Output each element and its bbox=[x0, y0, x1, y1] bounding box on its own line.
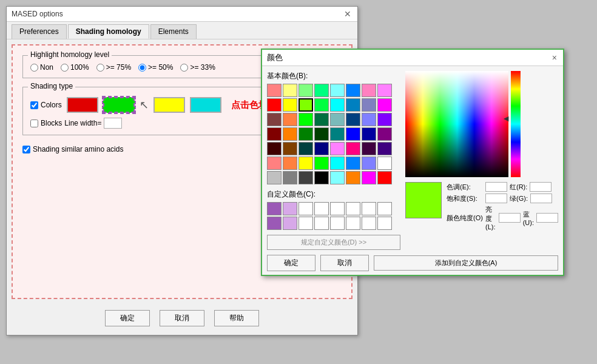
basic-color-cell-5[interactable] bbox=[346, 84, 360, 97]
basic-color-cell-39[interactable] bbox=[377, 142, 392, 155]
basic-color-cell-4[interactable] bbox=[330, 84, 345, 97]
basic-color-cell-37[interactable] bbox=[346, 142, 360, 155]
basic-color-cell-23[interactable] bbox=[377, 113, 392, 126]
basic-color-cell-36[interactable] bbox=[330, 142, 345, 155]
custom-color-cell-4[interactable] bbox=[314, 202, 329, 215]
blocks-checkbox[interactable] bbox=[30, 120, 38, 127]
radio-50-input[interactable] bbox=[138, 64, 146, 72]
custom-color-cell-10[interactable] bbox=[283, 217, 297, 230]
basic-color-cell-6[interactable] bbox=[362, 84, 376, 97]
basic-color-cell-31[interactable] bbox=[377, 127, 392, 141]
colors-checkbox[interactable] bbox=[30, 101, 38, 109]
basic-color-cell-17[interactable] bbox=[283, 113, 297, 126]
basic-color-cell-41[interactable] bbox=[283, 157, 297, 170]
basic-color-cell-13[interactable] bbox=[346, 98, 360, 112]
color-block-red[interactable] bbox=[67, 97, 98, 113]
radio-non[interactable]: Non bbox=[30, 63, 53, 72]
basic-color-cell-27[interactable] bbox=[314, 127, 329, 141]
tab-shading-homology[interactable]: Shading homology bbox=[68, 24, 149, 39]
radio-100-input[interactable] bbox=[61, 64, 69, 72]
brightness-input[interactable]: 120 bbox=[499, 213, 521, 223]
blue-input[interactable]: 0 bbox=[536, 213, 558, 223]
custom-color-cell-13[interactable] bbox=[330, 217, 345, 230]
basic-color-cell-53[interactable] bbox=[346, 171, 360, 184]
line-width-input[interactable]: 2 bbox=[104, 118, 122, 129]
basic-color-cell-51[interactable] bbox=[314, 171, 329, 184]
basic-color-cell-8[interactable] bbox=[267, 98, 282, 112]
basic-color-cell-21[interactable] bbox=[346, 113, 360, 126]
tab-elements[interactable]: Elements bbox=[150, 24, 197, 39]
radio-33-input[interactable] bbox=[180, 64, 188, 72]
color-picker-close-button[interactable]: × bbox=[551, 53, 558, 62]
basic-color-cell-55[interactable] bbox=[377, 171, 392, 184]
basic-color-cell-33[interactable] bbox=[283, 142, 297, 155]
basic-color-cell-48[interactable] bbox=[267, 171, 282, 184]
custom-color-cell-11[interactable] bbox=[298, 217, 313, 230]
basic-color-cell-34[interactable] bbox=[298, 142, 313, 155]
radio-50[interactable]: >= 50% bbox=[138, 63, 173, 72]
color-cancel-button[interactable]: 取消 bbox=[320, 255, 369, 271]
basic-color-cell-47[interactable] bbox=[377, 157, 392, 170]
basic-color-cell-11[interactable] bbox=[314, 98, 329, 112]
basic-color-cell-1[interactable] bbox=[283, 84, 297, 97]
basic-color-cell-16[interactable] bbox=[267, 113, 282, 126]
basic-color-cell-30[interactable] bbox=[362, 127, 376, 141]
basic-color-cell-44[interactable] bbox=[330, 157, 345, 170]
green-input[interactable]: 255 bbox=[530, 194, 552, 203]
add-custom-color-button[interactable]: 添加到自定义颜色(A) bbox=[374, 255, 558, 271]
basic-color-cell-3[interactable] bbox=[314, 84, 329, 97]
basic-color-cell-2[interactable] bbox=[298, 84, 313, 97]
mased-close-button[interactable]: ✕ bbox=[343, 9, 352, 19]
basic-color-cell-0[interactable] bbox=[267, 84, 282, 97]
similar-acids-checkbox[interactable] bbox=[22, 146, 30, 153]
custom-color-cell-12[interactable] bbox=[314, 217, 329, 230]
basic-color-cell-54[interactable] bbox=[362, 171, 376, 184]
radio-75-input[interactable] bbox=[96, 64, 104, 72]
basic-color-cell-9[interactable] bbox=[283, 98, 297, 112]
basic-color-cell-22[interactable] bbox=[362, 113, 376, 126]
basic-color-cell-46[interactable] bbox=[362, 157, 376, 170]
basic-color-cell-26[interactable] bbox=[298, 127, 313, 141]
spectrum-gradient-canvas[interactable] bbox=[405, 71, 508, 177]
basic-color-cell-10[interactable] bbox=[298, 98, 313, 112]
basic-color-cell-15[interactable] bbox=[377, 98, 392, 112]
custom-color-cell-8[interactable] bbox=[377, 202, 392, 215]
red-input[interactable]: 128 bbox=[530, 182, 551, 192]
radio-100[interactable]: 100% bbox=[61, 63, 89, 72]
custom-color-cell-7[interactable] bbox=[362, 202, 376, 215]
color-block-green[interactable] bbox=[103, 97, 135, 113]
custom-color-cell-3[interactable] bbox=[298, 202, 313, 215]
basic-color-cell-7[interactable] bbox=[377, 84, 392, 97]
blocks-checkbox-item[interactable]: Blocks bbox=[30, 119, 62, 127]
custom-color-cell-9[interactable] bbox=[267, 217, 282, 230]
custom-color-cell-6[interactable] bbox=[346, 202, 360, 215]
basic-color-cell-12[interactable] bbox=[330, 98, 345, 112]
basic-color-cell-45[interactable] bbox=[346, 157, 360, 170]
help-button[interactable]: 帮助 bbox=[214, 310, 259, 326]
radio-75[interactable]: >= 75% bbox=[96, 63, 131, 72]
basic-color-cell-50[interactable] bbox=[298, 171, 313, 184]
color-block-cyan[interactable] bbox=[190, 97, 221, 113]
spectrum-area[interactable]: ◄ bbox=[405, 71, 521, 177]
radio-33[interactable]: >= 33% bbox=[180, 63, 215, 72]
confirm-button[interactable]: 确定 bbox=[105, 310, 150, 326]
basic-color-cell-25[interactable] bbox=[283, 127, 297, 141]
custom-color-cell-14[interactable] bbox=[346, 217, 360, 230]
basic-color-cell-35[interactable] bbox=[314, 142, 329, 155]
basic-color-cell-40[interactable] bbox=[267, 157, 282, 170]
basic-color-cell-20[interactable] bbox=[330, 113, 345, 126]
basic-color-cell-18[interactable] bbox=[298, 113, 313, 126]
spectrum-bar-canvas[interactable] bbox=[511, 71, 521, 177]
saturation-input[interactable]: 240 bbox=[485, 194, 507, 203]
basic-color-cell-24[interactable] bbox=[267, 127, 282, 141]
hue-input[interactable]: 60 bbox=[485, 182, 507, 192]
custom-color-cell-1[interactable] bbox=[267, 202, 282, 215]
basic-color-cell-19[interactable] bbox=[314, 113, 329, 126]
cancel-button[interactable]: 取消 bbox=[160, 310, 204, 326]
color-block-yellow[interactable] bbox=[153, 97, 185, 113]
basic-color-cell-38[interactable] bbox=[362, 142, 376, 155]
custom-color-cell-16[interactable] bbox=[377, 217, 392, 230]
colors-checkbox-item[interactable]: Colors bbox=[30, 101, 62, 109]
basic-color-cell-43[interactable] bbox=[314, 157, 329, 170]
define-color-button[interactable]: 规定自定义颜色(D) >> bbox=[267, 235, 400, 250]
